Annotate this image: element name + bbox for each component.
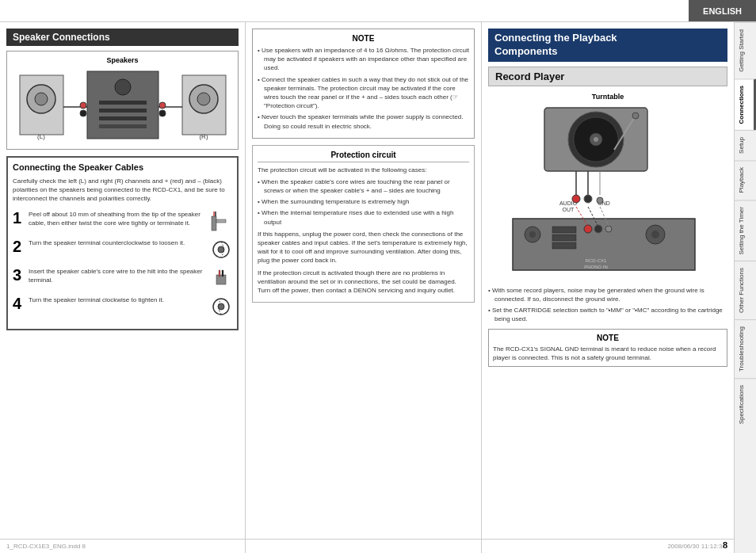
step-2-text: Turn the speaker terminal counterclockwi…	[29, 238, 210, 247]
svg-rect-10	[99, 101, 147, 105]
note-box: NOTE • Use speakers with an impedance of…	[252, 29, 475, 139]
cables-intro: Carefully check the left (L) and right (…	[13, 177, 232, 204]
bottom-left: 1_RCD-CX1E3_ENG.indd 8	[6, 543, 86, 550]
step-3-text: Insert the speaker cable's core wire to …	[29, 267, 210, 284]
record-player-notes: • With some record players, noise may be…	[488, 286, 727, 324]
step-3-number: 3	[13, 267, 25, 283]
step-4-icon	[210, 296, 232, 318]
svg-point-6	[197, 93, 210, 105]
connecting-cables-section: Connecting the Speaker Cables Carefully …	[6, 156, 239, 330]
svg-text:OUT: OUT	[563, 207, 575, 212]
sidebar-tab-setting-timer[interactable]: Setting the Timer	[735, 200, 756, 261]
svg-rect-27	[219, 270, 220, 276]
svg-text:RCD-CX1: RCD-CX1	[586, 258, 607, 263]
sidebar-tab-other[interactable]: Other Functions	[735, 261, 756, 319]
protection-para-1: If this happens, unplug the power cord, …	[258, 230, 469, 265]
cables-header: Connecting the Speaker Cables	[13, 162, 232, 172]
step-4-text: Turn the speaker terminal clockwise to t…	[29, 296, 210, 304]
bottom-right: 2008/06/30 11:12:3...	[667, 543, 727, 550]
protection-bullet-3: • When the internal temperature rises du…	[258, 208, 469, 226]
protection-text: The protection circuit will be activated…	[258, 166, 469, 295]
rp-note-1: • With some record players, noise may be…	[488, 286, 727, 303]
svg-point-55	[584, 225, 592, 233]
protection-title: Protection circuit	[258, 151, 469, 162]
svg-rect-12	[99, 116, 147, 120]
svg-point-16	[80, 102, 86, 109]
section-title-line1: Connecting the Playback	[494, 32, 617, 44]
record-player-note-text: The RCD-CX1's SIGNAL GND terminal is mea…	[493, 345, 723, 362]
sidebar-tab-troubleshooting[interactable]: Troubleshooting	[735, 319, 756, 378]
svg-rect-51	[552, 235, 576, 241]
note-bullet-3: • Never touch the speaker terminals whil…	[258, 113, 469, 130]
step-2: 2 Turn the speaker terminal counterclock…	[13, 238, 232, 261]
bottom-bar: 1_RCD-CX1E3_ENG.indd 8 2008/06/30 11:12:…	[0, 539, 734, 553]
svg-point-49	[529, 231, 536, 238]
note-bullet-1: • Use speakers with an impedance of 4 to…	[258, 46, 469, 73]
protection-bullet-1: • When the speaker cable's core wires ar…	[258, 177, 469, 195]
svg-text:(L): (L)	[37, 133, 45, 140]
protection-para-2: If the protection circuit is activated t…	[258, 269, 469, 296]
svg-point-19	[159, 110, 166, 116]
speakers-label: Speakers	[12, 56, 233, 64]
svg-point-9	[115, 79, 131, 95]
mid-column: NOTE • Use speakers with an impedance of…	[246, 22, 482, 553]
speakers-diagram: Speakers (L) (R)	[6, 51, 239, 150]
svg-rect-20	[212, 216, 216, 231]
turntable-label: Turntable	[488, 93, 727, 101]
turntable-area: Turntable AUDIO OUT GND	[488, 93, 727, 280]
step-2-number: 2	[13, 238, 25, 254]
svg-point-18	[159, 102, 166, 109]
right-sidebar: Getting Started Connections Setup Playba…	[734, 22, 756, 553]
note-bullet-2: • Connect the speaker cables in such a w…	[258, 75, 469, 111]
step-3-icon	[210, 267, 232, 289]
sidebar-tab-getting-started[interactable]: Getting Started	[735, 22, 756, 78]
protection-circuit-box: Protection circuit The protection circui…	[252, 145, 475, 303]
step-2-icon	[210, 238, 232, 261]
step-1-icon	[210, 210, 232, 232]
step-4-number: 4	[13, 296, 25, 311]
svg-point-54	[651, 231, 659, 238]
svg-point-2	[35, 93, 48, 105]
svg-text:(R): (R)	[199, 133, 208, 140]
speaker-diagram-svg: (L) (R)	[12, 67, 234, 143]
svg-point-17	[80, 110, 86, 116]
step-1-text: Peel off about 10 mm of sheathing from t…	[29, 210, 210, 227]
svg-rect-26	[216, 275, 226, 284]
step-1-number: 1	[13, 210, 25, 226]
step-3: 3 Insert the speaker cable's core wire t…	[13, 267, 232, 289]
svg-point-45	[584, 195, 592, 203]
turntable-diagram-svg: AUDIO OUT GND	[497, 104, 719, 278]
section-title-line2: Components	[494, 45, 557, 57]
note-title: NOTE	[258, 34, 469, 43]
svg-rect-28	[222, 270, 223, 276]
step-1: 1 Peel off about 10 mm of sheathing from…	[13, 210, 232, 232]
svg-point-35	[594, 137, 598, 142]
protection-bullet-2: • When the surrounding temperature is ex…	[258, 197, 469, 206]
language-tab: ENGLISH	[689, 0, 756, 21]
svg-point-46	[597, 197, 603, 204]
svg-rect-11	[99, 109, 147, 113]
svg-point-57	[605, 226, 612, 232]
sidebar-tab-connections[interactable]: Connections	[735, 78, 756, 130]
svg-text:PHONO IN: PHONO IN	[584, 265, 608, 269]
record-player-header: Record Player	[488, 67, 727, 86]
svg-point-44	[572, 195, 580, 203]
svg-rect-50	[552, 227, 576, 233]
sidebar-tab-setup[interactable]: Setup	[735, 130, 756, 160]
sidebar-tab-playback[interactable]: Playback	[735, 160, 756, 199]
connecting-playback-header: Connecting the Playback Components	[488, 29, 727, 62]
rp-note-2: • Set the CARTRIDGE selection switch to …	[488, 306, 727, 323]
right-column: Connecting the Playback Components Recor…	[482, 22, 734, 553]
top-bar: ENGLISH	[0, 0, 756, 22]
note-text: • Use speakers with an impedance of 4 to…	[258, 46, 469, 131]
sidebar-tab-specifications[interactable]: Specifications	[735, 378, 756, 430]
svg-point-37	[632, 113, 639, 119]
left-column: Speaker Connections Speakers (L) (R)	[0, 22, 246, 553]
svg-rect-52	[552, 242, 576, 249]
svg-rect-21	[216, 219, 226, 223]
svg-rect-13	[99, 124, 147, 128]
speaker-connections-header: Speaker Connections	[6, 29, 239, 46]
record-player-note-title: NOTE	[493, 334, 723, 342]
protection-intro: The protection circuit will be activated…	[258, 166, 469, 174]
step-4: 4 Turn the speaker terminal clockwise to…	[13, 296, 232, 318]
